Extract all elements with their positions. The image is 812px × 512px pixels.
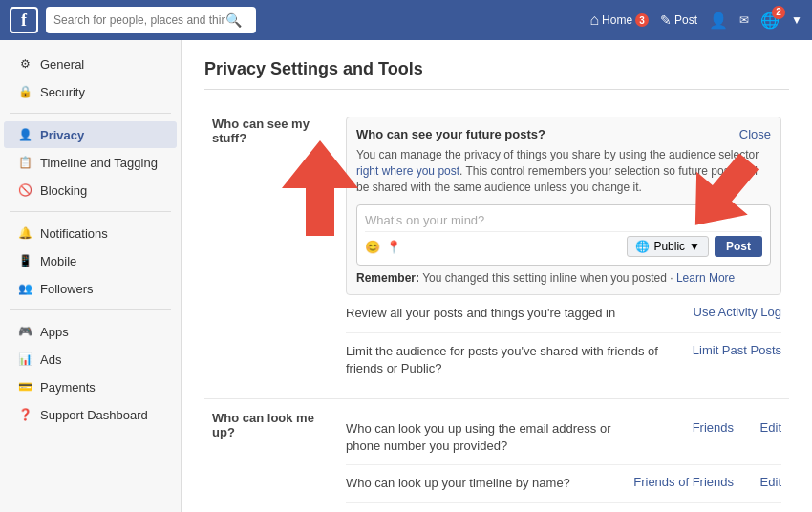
bell-icon: 🔔 [17, 225, 32, 241]
sidebar-item-mobile[interactable]: 📱 Mobile [4, 247, 177, 274]
sidebar-item-label: Privacy [40, 128, 84, 142]
sidebar-item-privacy[interactable]: 👤 Privacy [4, 121, 177, 148]
followers-icon: 👥 [17, 281, 32, 296]
messages-nav-icon[interactable]: ✉ [739, 13, 749, 27]
future-posts-box: Who can see your future posts? Close You… [346, 117, 781, 295]
email-lookup-edit-link[interactable]: Edit [753, 420, 781, 435]
home-icon [589, 11, 599, 29]
limit-past-posts-link[interactable]: Limit Past Posts [693, 343, 781, 357]
main-layout: ⚙ General 🔒 Security 👤 Privacy 📋 Timelin… [0, 40, 812, 512]
home-badge: 3 [635, 13, 649, 27]
sidebar-divider [10, 113, 171, 114]
search-icon: 🔍 [225, 12, 242, 28]
sidebar-item-label: Followers [40, 282, 94, 296]
name-lookup-value: Friends of Friends [629, 475, 743, 489]
composer-box[interactable]: What's on your mind? 😊 📍 🌐 Public ▼ [356, 204, 771, 266]
friends-nav-icon[interactable]: 👤 [709, 11, 728, 30]
home-label: Home [602, 13, 632, 27]
review-posts-desc: Review all your posts and things you're … [346, 305, 684, 322]
globe-nav-icon[interactable]: 🌐 2 [760, 11, 780, 30]
future-posts-header: Who can see your future posts? Close [356, 127, 771, 141]
sidebar-item-label: Support Dashboard [40, 408, 148, 422]
facebook-logo: f [10, 7, 38, 33]
right-where-you-post-link[interactable]: right where you post [356, 164, 459, 178]
email-lookup-value: Friends [638, 420, 743, 435]
sidebar-item-label: Blocking [40, 183, 87, 198]
smiley-icon: 😊 [365, 240, 380, 254]
activity-log-link[interactable]: Use Activity Log [694, 305, 782, 319]
sidebar-item-label: Mobile [40, 254, 76, 268]
sidebar-item-label: Apps [40, 325, 69, 339]
sidebar-item-support[interactable]: ❓ Support Dashboard [4, 401, 177, 428]
sidebar-item-general[interactable]: ⚙ General [4, 51, 177, 77]
ads-icon: 📊 [17, 352, 32, 367]
remember-desc: You changed this setting inline when you… [419, 271, 676, 285]
sidebar-item-label: Payments [40, 380, 96, 395]
sidebar-item-timeline[interactable]: 📋 Timeline and Tagging [4, 149, 177, 176]
name-lookup-edit-link[interactable]: Edit [753, 475, 781, 489]
post-nav-item[interactable]: Post [660, 12, 697, 28]
nav-more-arrow[interactable]: ▼ [791, 13, 802, 27]
chevron-down-icon: ▼ [689, 240, 700, 253]
post-button[interactable]: Post [715, 236, 762, 257]
privacy-icon: 👤 [17, 127, 32, 142]
apps-icon: 🎮 [17, 324, 32, 339]
future-posts-title: Who can see your future posts? [356, 127, 545, 141]
sidebar-item-followers[interactable]: 👥 Followers [4, 275, 177, 302]
top-navigation: f 🔍 Home 3 Post 👤 ✉ 🌐 2 ▼ [0, 0, 812, 40]
post-label: Post [674, 13, 697, 27]
chevron-down-icon: ▼ [791, 13, 802, 27]
email-lookup-desc: Who can look you up using the email addr… [346, 420, 629, 455]
limit-past-posts-row: Limit the audience for posts you've shar… [346, 333, 781, 387]
support-icon: ❓ [17, 407, 32, 422]
block-icon: 🚫 [17, 182, 32, 198]
location-icon: 📍 [386, 240, 401, 254]
sidebar-item-ads[interactable]: 📊 Ads [4, 346, 177, 373]
sidebar-item-label: Timeline and Tagging [40, 156, 158, 170]
remember-label: Remember: [356, 271, 419, 285]
sidebar-divider-2 [10, 211, 171, 212]
name-lookup-row: Who can look up your timeline by name? F… [346, 465, 781, 502]
lookup-section-row: Who can look me up? Who can look you up … [204, 398, 789, 512]
nav-right: Home 3 Post 👤 ✉ 🌐 2 ▼ [589, 11, 802, 30]
search-bar[interactable]: 🔍 [46, 7, 256, 33]
search-input[interactable] [53, 13, 225, 27]
sidebar-item-label: Security [40, 85, 85, 99]
learn-more-link[interactable]: Learn More [676, 271, 735, 285]
timeline-icon: 📋 [17, 155, 32, 170]
lookup-rows-cell: Who can look you up using the email addr… [338, 398, 789, 512]
sidebar-item-security[interactable]: 🔒 Security [4, 78, 177, 105]
people-icon: 👤 [709, 11, 728, 30]
future-posts-desc: You can manage the privacy of things you… [356, 147, 771, 195]
privacy-table: Who can see my stuff? Who can see your f… [204, 105, 789, 512]
sidebar-item-blocking[interactable]: 🚫 Blocking [4, 177, 177, 203]
section-label-lookup: Who can look me up? [204, 398, 338, 512]
main-content: Privacy Settings and Tools Who can see m… [182, 40, 812, 512]
edit-icon [660, 12, 672, 28]
sidebar-item-label: Ads [40, 352, 61, 367]
home-nav-item[interactable]: Home 3 [589, 11, 649, 29]
sidebar-divider-3 [10, 309, 171, 310]
composer-placeholder: What's on your mind? [365, 213, 762, 227]
sidebar: ⚙ General 🔒 Security 👤 Privacy 📋 Timelin… [0, 40, 182, 512]
message-icon: ✉ [739, 13, 749, 27]
sidebar-item-notifications[interactable]: 🔔 Notifications [4, 220, 177, 246]
sidebar-item-label: General [40, 57, 84, 72]
review-posts-row: Review all your posts and things you're … [346, 295, 781, 332]
sidebar-item-apps[interactable]: 🎮 Apps [4, 318, 177, 345]
lock-icon: 🔒 [17, 84, 32, 99]
audience-selector-button[interactable]: 🌐 Public ▼ [627, 236, 709, 257]
sidebar-item-label: Notifications [40, 226, 108, 241]
sidebar-item-payments[interactable]: 💳 Payments [4, 373, 177, 400]
page-title: Privacy Settings and Tools [204, 59, 789, 90]
search-engine-row: Do you want other search engines to link… [346, 503, 781, 512]
mobile-icon: 📱 [17, 253, 32, 268]
audience-icon: 🌐 [635, 240, 650, 253]
gear-icon: ⚙ [17, 56, 32, 72]
name-lookup-desc: Who can look up your timeline by name? [346, 475, 619, 492]
composer-actions: 😊 📍 🌐 Public ▼ Post [365, 231, 762, 257]
limit-past-desc: Limit the audience for posts you've shar… [346, 343, 683, 377]
future-posts-row: Who can see my stuff? Who can see your f… [204, 105, 789, 398]
audience-label: Public [653, 240, 685, 253]
close-future-posts-button[interactable]: Close [739, 127, 771, 141]
